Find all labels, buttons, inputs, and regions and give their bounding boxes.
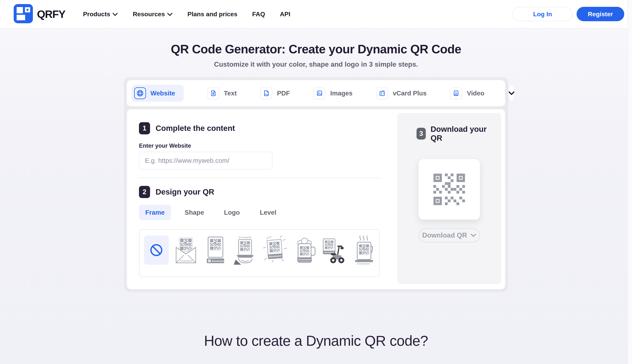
nav-faq[interactable]: FAQ [252, 10, 265, 18]
svg-text:¡Escaneame!: ¡Escaneame! [298, 258, 311, 261]
main-content: QR Code Generator: Create your Dynamic Q… [0, 42, 632, 349]
website-input-label: Enter your Website [139, 142, 380, 149]
website-url-input[interactable] [139, 152, 272, 170]
qr-generator-card: Website Text PDF [124, 77, 508, 292]
more-tabs-button[interactable] [508, 85, 515, 102]
svg-text:PDF: PDF [265, 94, 269, 96]
chevron-down-icon [167, 12, 173, 16]
tab-video[interactable]: Video [450, 87, 484, 99]
svg-text:¡Escaneame!: ¡Escaneame! [212, 260, 225, 262]
main-nav: Products Resources Plans and prices FAQ … [83, 10, 290, 18]
svg-text:¡Escaneame!: ¡Escaneame! [239, 236, 252, 239]
scooter-frame-icon: ¡Escaneame! [321, 236, 346, 265]
tab-images[interactable]: Images [314, 87, 353, 99]
nav-products[interactable]: Products [83, 10, 118, 18]
document-icon [207, 87, 219, 99]
step1-header: 1 Complete the content [139, 122, 380, 134]
tab-website[interactable]: Website [132, 85, 184, 102]
generator-body: 1 Complete the content Enter your Websit… [127, 109, 505, 289]
frame-option-sketch[interactable]: ¡Escaneame! [262, 236, 287, 265]
frame-option-coffee-cup[interactable]: ¡Escaneame! [351, 236, 376, 265]
frame-options: ¡Escaneame! ¡Escaneame! [139, 229, 380, 277]
brand-logo[interactable]: QRFY [14, 4, 65, 24]
chevron-down-icon [508, 91, 515, 95]
sketch-frame-icon: ¡Escaneame! [262, 236, 287, 265]
download-qr-button[interactable]: Download QR [418, 228, 480, 242]
download-panel: 3 Download your QR Download QR [397, 113, 501, 284]
beer-mug-frame-icon: ¡Escaneame! [292, 236, 317, 265]
step1-badge: 1 [139, 122, 150, 134]
step3-badge: 3 [416, 128, 426, 140]
tab-pdf[interactable]: PDF PDF [260, 87, 290, 99]
brand-name: QRFY [37, 8, 65, 20]
chevron-down-icon [112, 12, 118, 16]
no-frame-icon [144, 236, 169, 265]
vcard-icon [376, 87, 388, 99]
top-nav: QRFY Products Resources Plans and prices… [0, 0, 632, 28]
video-icon [450, 87, 462, 99]
how-to-heading: How to create a Dynamic QR code? [0, 332, 632, 349]
svg-text:¡Escaneame!: ¡Escaneame! [179, 260, 192, 262]
nav-resources[interactable]: Resources [133, 10, 173, 18]
register-button[interactable]: Register [577, 7, 624, 21]
svg-text:¡Escaneame!: ¡Escaneame! [357, 262, 370, 265]
frame-option-hand-tray[interactable]: ¡Escaneame! [233, 236, 257, 265]
coffee-cup-frame-icon: ¡Escaneame! [351, 236, 376, 265]
qr-type-tabs: Website Text PDF [127, 80, 505, 106]
content-column: 1 Complete the content Enter your Websit… [139, 113, 380, 284]
design-tab-logo[interactable]: Logo [218, 205, 246, 220]
login-button[interactable]: Log In [513, 7, 572, 21]
frame-option-none[interactable] [144, 236, 169, 265]
frame-option-plaque-video[interactable]: ¡Escaneame! [203, 236, 228, 265]
design-tab-level[interactable]: Level [254, 205, 283, 220]
scrollbar[interactable] [627, 0, 632, 364]
page-subtitle: Customize it with your color, shape and … [0, 60, 632, 68]
image-icon [314, 87, 325, 99]
globe-icon [134, 87, 146, 99]
design-tab-frame[interactable]: Frame [139, 205, 171, 220]
tab-vcard-plus[interactable]: vCard Plus [376, 87, 427, 99]
plaque-frame-icon: ¡Escaneame! [203, 236, 228, 265]
svg-text:¡Escaneame!: ¡Escaneame! [324, 252, 334, 253]
frame-option-beer-mug[interactable]: ¡Escaneame! [292, 236, 317, 265]
nav-api[interactable]: API [280, 10, 291, 18]
pdf-icon: PDF [260, 87, 272, 99]
nav-plans-and-prices[interactable]: Plans and prices [187, 10, 237, 18]
frame-option-scooter[interactable]: ¡Escaneame! [321, 236, 346, 265]
chevron-down-icon [471, 234, 476, 237]
design-tabs: Frame Shape Logo Level [139, 205, 380, 220]
envelope-frame-icon: ¡Escaneame! [173, 236, 198, 265]
step2-badge: 2 [139, 186, 150, 198]
hand-tray-frame-icon: ¡Escaneame! [233, 236, 257, 265]
tab-text[interactable]: Text [207, 87, 237, 99]
section-divider [139, 178, 380, 178]
qr-code-image [433, 174, 465, 205]
step3-header: 3 Download your QR [416, 125, 491, 142]
design-tab-shape[interactable]: Shape [178, 205, 210, 220]
qrfy-logo-icon [14, 4, 33, 24]
step2-header: 2 Design your QR [139, 186, 380, 198]
qr-preview [418, 159, 480, 220]
frame-option-envelope[interactable]: ¡Escaneame! [173, 236, 198, 265]
page-title: QR Code Generator: Create your Dynamic Q… [0, 42, 632, 56]
